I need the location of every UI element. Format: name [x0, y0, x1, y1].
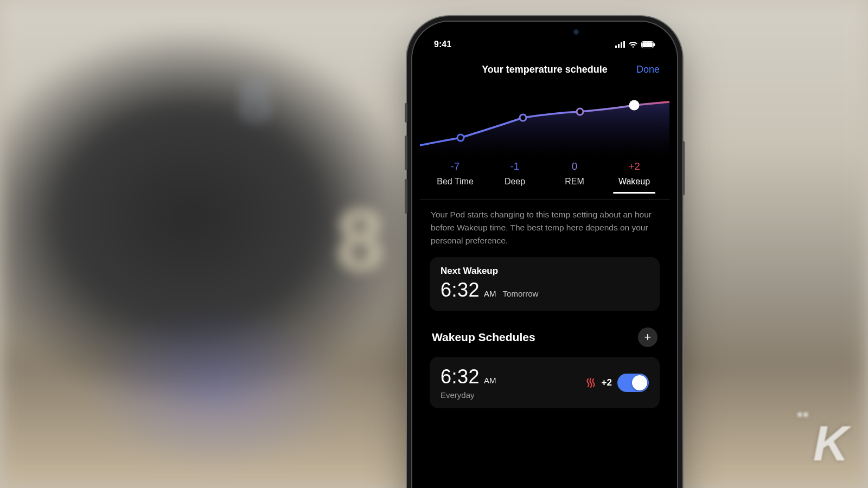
next-wakeup-day: Tomorrow — [503, 289, 539, 298]
svg-rect-1 — [618, 44, 620, 48]
svg-point-10 — [629, 100, 640, 111]
temperature-chart[interactable]: -7Bed Time-1Deep0REM+2Wakeup — [420, 86, 669, 200]
page-title: Your temperature schedule — [482, 64, 608, 75]
phone-frame: 9:41 Your temperature schedule Done — [412, 22, 677, 488]
svg-point-8 — [520, 114, 526, 121]
svg-rect-5 — [642, 42, 653, 47]
stage-name: Wakeup — [604, 177, 664, 187]
nav-bar: Your temperature schedule Done — [420, 56, 669, 82]
add-schedule-button[interactable]: + — [638, 328, 658, 347]
plus-icon: + — [644, 330, 652, 344]
schedules-title: Wakeup Schedules — [432, 331, 535, 344]
stage-name: Deep — [485, 177, 545, 187]
svg-point-9 — [577, 108, 583, 115]
next-wakeup-time: 6:32 — [441, 279, 480, 301]
battery-icon — [641, 41, 655, 48]
stage-value: 0 — [545, 160, 604, 172]
next-wakeup-ampm: AM — [484, 289, 496, 298]
status-time: 9:41 — [434, 40, 451, 49]
schedule-time: 6:32 — [441, 365, 480, 388]
next-wakeup-label: Next Wakeup — [441, 266, 649, 277]
schedule-ampm: AM — [484, 376, 496, 385]
stage-name: REM — [545, 177, 604, 187]
schedule-temp: +2 — [602, 377, 612, 388]
stage-name: Bed Time — [425, 177, 485, 187]
svg-point-7 — [457, 134, 464, 141]
done-button[interactable]: Done — [636, 64, 660, 75]
svg-rect-6 — [654, 43, 655, 46]
stage-value: +2 — [604, 160, 664, 172]
next-wakeup-card[interactable]: Next Wakeup 6:32 AM Tomorrow — [430, 257, 660, 311]
heat-icon — [585, 377, 596, 388]
stage-value: -1 — [485, 160, 545, 172]
schedule-item[interactable]: 6:32 AM Everyday +2 — [430, 357, 660, 408]
stage-description: Your Pod starts changing to this temp se… — [420, 200, 669, 255]
svg-rect-2 — [621, 42, 622, 48]
svg-rect-3 — [623, 41, 625, 48]
wifi-icon — [628, 41, 638, 48]
schedule-repeat: Everyday — [441, 390, 496, 400]
stage-wakeup[interactable]: +2Wakeup — [604, 160, 664, 194]
stage-deep[interactable]: -1Deep — [485, 160, 545, 194]
cellular-icon — [615, 41, 625, 48]
svg-rect-0 — [615, 46, 617, 48]
stage-value: -7 — [425, 160, 485, 172]
app-screen: 9:41 Your temperature schedule Done — [420, 29, 669, 488]
schedule-toggle[interactable] — [617, 374, 649, 392]
stage-rem[interactable]: 0REM — [545, 160, 604, 194]
stage-bed-time[interactable]: -7Bed Time — [425, 160, 485, 194]
site-watermark: ▪ ▪ K — [813, 416, 846, 472]
